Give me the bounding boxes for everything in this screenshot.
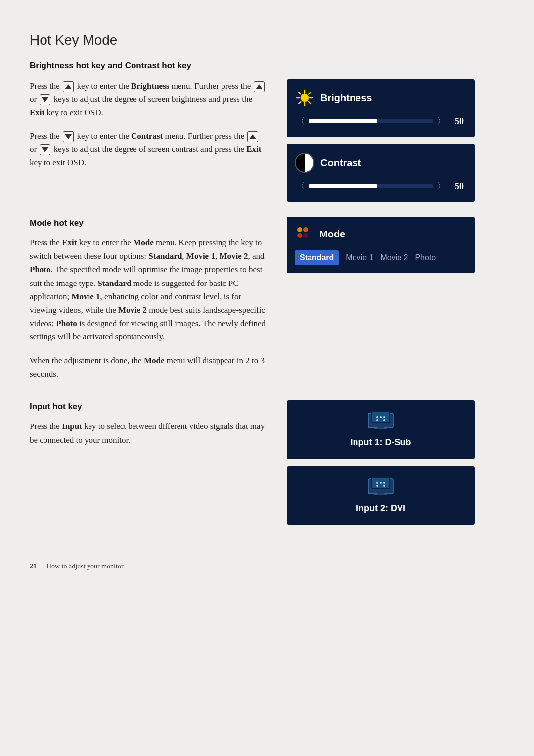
brightness-osd-header: Brightness bbox=[295, 88, 464, 108]
svg-point-19 bbox=[380, 416, 382, 418]
mode-osd-options: Standard Movie 1 Movie 2 Photo bbox=[295, 250, 465, 265]
svg-point-12 bbox=[303, 233, 308, 238]
brightness-slider-row: 〈 〉 50 bbox=[295, 115, 464, 128]
footer-text: How to adjust your monitor bbox=[46, 561, 124, 571]
svg-rect-17 bbox=[374, 428, 387, 429]
svg-point-20 bbox=[383, 416, 385, 418]
svg-point-9 bbox=[297, 227, 302, 232]
brightness-value: 50 bbox=[449, 115, 464, 128]
mode-option-movie1: Movie 1 bbox=[346, 252, 373, 264]
svg-point-18 bbox=[376, 416, 378, 418]
input2-icon bbox=[367, 476, 394, 497]
mode-option-movie2: Movie 2 bbox=[380, 252, 408, 264]
arrow-up-key-2 bbox=[254, 81, 265, 92]
svg-point-31 bbox=[376, 485, 378, 487]
arrow-down-key-2 bbox=[63, 131, 74, 142]
brightness-osd-title: Brightness bbox=[320, 91, 372, 105]
contrast-osd-title: Contrast bbox=[320, 155, 361, 170]
svg-point-22 bbox=[383, 419, 385, 421]
footer-page-number: 21 bbox=[30, 561, 37, 571]
contrast-icon bbox=[295, 153, 314, 173]
mode-paragraph-2: When the adjustment is done, the Mode me… bbox=[30, 354, 267, 380]
brightness-slider-bar bbox=[309, 119, 433, 123]
input2-osd-panel: Input 2: DVI bbox=[287, 466, 475, 525]
arrow-up-key-1 bbox=[63, 81, 74, 92]
svg-rect-27 bbox=[374, 494, 387, 495]
svg-line-6 bbox=[309, 101, 311, 103]
brightness-osd-panel: Brightness 〈 〉 50 bbox=[287, 79, 475, 137]
input1-icon bbox=[367, 410, 394, 431]
contrast-osd-panel: Contrast 〈 〉 50 bbox=[287, 144, 475, 202]
mode-icon bbox=[295, 225, 313, 243]
svg-point-28 bbox=[376, 482, 378, 484]
input2-title: Input 2: DVI bbox=[298, 502, 464, 515]
contrast-value: 50 bbox=[449, 180, 464, 193]
brightness-right-arrow: 〉 bbox=[437, 115, 445, 127]
svg-point-11 bbox=[297, 233, 302, 238]
mode-osd-panel: Mode Standard Movie 1 Movie 2 Photo bbox=[287, 217, 475, 273]
input-paragraph: Press the Input key to select between di… bbox=[30, 420, 267, 446]
input1-osd-panel: Input 1: D-Sub bbox=[287, 400, 475, 459]
svg-point-32 bbox=[383, 485, 385, 487]
contrast-left-arrow: 〈 bbox=[297, 180, 305, 192]
input1-title: Input 1: D-Sub bbox=[298, 436, 464, 449]
svg-point-0 bbox=[301, 94, 309, 102]
mode-osd-header: Mode bbox=[295, 225, 465, 243]
section-subtitle-brightness: Brightness hot key and Contrast hot key bbox=[30, 59, 504, 72]
mode-option-photo: Photo bbox=[415, 252, 436, 264]
brightness-paragraph: Press the key to enter the Brightness me… bbox=[30, 79, 267, 120]
arrow-down-key-1 bbox=[40, 94, 50, 105]
contrast-slider-fill bbox=[309, 184, 377, 188]
arrow-down-key-3 bbox=[40, 144, 50, 155]
svg-line-5 bbox=[299, 92, 301, 94]
mode-option-standard: Standard bbox=[295, 250, 339, 265]
mode-osd-title: Mode bbox=[319, 227, 345, 241]
footer: 21 How to adjust your monitor bbox=[30, 555, 504, 571]
brightness-icon bbox=[295, 88, 314, 108]
brightness-left-arrow: 〈 bbox=[297, 115, 305, 127]
arrow-up-key-3 bbox=[247, 131, 258, 142]
brightness-slider-fill bbox=[309, 119, 377, 123]
svg-line-8 bbox=[299, 101, 301, 103]
contrast-slider-bar bbox=[309, 184, 433, 188]
svg-rect-16 bbox=[377, 425, 384, 428]
svg-point-29 bbox=[380, 482, 382, 484]
contrast-slider-row: 〈 〉 50 bbox=[295, 180, 464, 193]
contrast-right-arrow: 〉 bbox=[437, 180, 445, 192]
mode-paragraph-1: Press the Exit key to enter the Mode men… bbox=[30, 236, 267, 344]
svg-point-10 bbox=[303, 227, 308, 232]
section-subtitle-mode: Mode hot key bbox=[30, 217, 267, 230]
section-subtitle-input: Input hot key bbox=[30, 400, 267, 413]
svg-point-30 bbox=[383, 482, 385, 484]
svg-line-7 bbox=[309, 92, 311, 94]
contrast-paragraph: Press the key to enter the Contrast menu… bbox=[30, 129, 267, 170]
svg-point-21 bbox=[376, 419, 378, 421]
page-title: Hot Key Mode bbox=[30, 30, 504, 50]
svg-rect-26 bbox=[377, 491, 384, 494]
contrast-osd-header: Contrast bbox=[295, 153, 464, 173]
